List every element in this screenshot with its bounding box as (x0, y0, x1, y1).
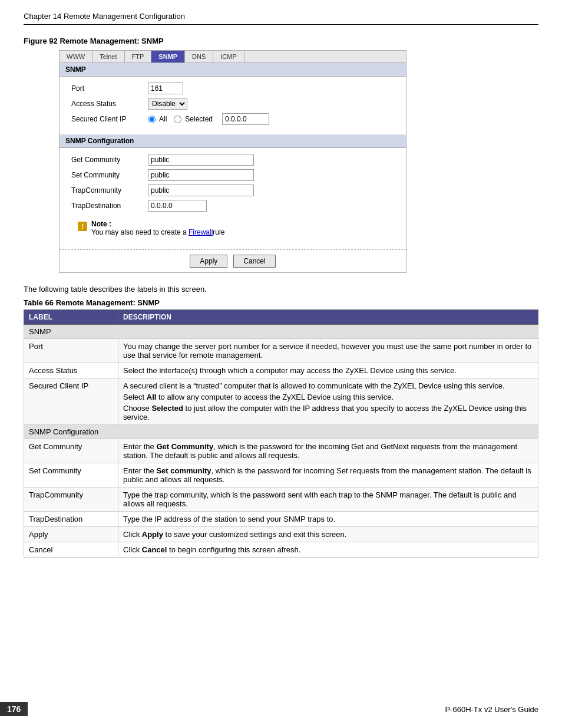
svg-text:!: ! (81, 223, 84, 230)
col-description: DESCRIPTION (118, 310, 538, 325)
section-snmp-config-header: SNMP Configuration (59, 134, 406, 148)
snmp-config-form-area: Get Community Set Community TrapCommunit… (59, 148, 406, 247)
access-status-select[interactable]: Disable Enable (148, 98, 187, 110)
button-area: Apply Cancel (59, 249, 406, 272)
table-section-row: SNMP Configuration (24, 425, 538, 439)
trap-community-input[interactable] (148, 185, 254, 196)
set-community-input[interactable] (148, 169, 254, 181)
secured-client-ip-row: Secured Client IP All Selected (71, 113, 394, 125)
set-community-row: Set Community (71, 169, 394, 181)
trap-destination-input[interactable] (148, 200, 207, 212)
table-row-label: TrapCommunity (24, 487, 118, 512)
table-row-label: Get Community (24, 439, 118, 463)
chapter-title: Chapter 14 Remote Management Configurati… (24, 12, 185, 21)
secured-client-ip-label: Secured Client IP (71, 115, 148, 123)
below-figure-text: The following table describes the labels… (24, 285, 538, 294)
set-community-label: Set Community (71, 171, 148, 179)
trap-destination-label: TrapDestination (71, 202, 148, 210)
table-row-description: Select the interface(s) through which a … (118, 363, 538, 378)
cancel-button[interactable]: Cancel (233, 255, 275, 268)
table-row-description: Click Cancel to begin configuring this s… (118, 542, 538, 558)
table-row-description: You may change the server port number fo… (118, 339, 538, 363)
section-snmp-header: SNMP (59, 63, 406, 77)
trap-community-control (148, 185, 254, 196)
table-caption: Table 66 Remote Management: SNMP (24, 298, 538, 307)
page-footer: 176 P-660H-Tx v2 User's Guide (0, 702, 562, 716)
set-community-control (148, 169, 254, 181)
note-text: Note : You may also need to create a Fir… (91, 220, 224, 236)
table-row-description: Enter the Get Community, which is the pa… (118, 439, 538, 463)
radio-selected[interactable] (174, 116, 181, 123)
col-label: LABEL (24, 310, 118, 325)
port-control (148, 83, 183, 94)
port-input[interactable] (148, 83, 183, 94)
snmp-form-area: Port Access Status Disable Enable Secure… (59, 77, 406, 134)
secured-client-ip-control: All Selected (148, 113, 269, 125)
table-row-description: A secured client is a “trusted” computer… (118, 378, 538, 425)
note-box: ! Note : You may also need to create a F… (71, 215, 394, 241)
access-status-row: Access Status Disable Enable (71, 98, 394, 110)
tab-telnet[interactable]: Telnet (92, 51, 124, 62)
port-row: Port (71, 83, 394, 94)
access-status-label: Access Status (71, 100, 148, 108)
selected-ip-input[interactable] (222, 113, 269, 125)
page-container: Chapter 14 Remote Management Configurati… (0, 0, 562, 581)
table-row-label: TrapDestination (24, 512, 118, 527)
tab-bar: WWW Telnet FTP SNMP DNS ICMP (59, 51, 406, 63)
trap-destination-row: TrapDestination (71, 200, 394, 212)
table-row-label: Port (24, 339, 118, 363)
note-content: You may also need to create a Firewallru… (91, 228, 224, 236)
apply-button[interactable]: Apply (190, 255, 227, 268)
page-number: 176 (0, 702, 28, 716)
table-row-description: Type the trap community, which is the pa… (118, 487, 538, 512)
tab-icmp[interactable]: ICMP (213, 51, 244, 62)
tab-ftp[interactable]: FTP (125, 51, 152, 62)
access-status-control: Disable Enable (148, 98, 187, 110)
radio-all-label: All (159, 115, 167, 123)
table-row-label: Apply (24, 527, 118, 542)
note-label: Note : (91, 220, 111, 228)
table-row-label: Access Status (24, 363, 118, 378)
get-community-input[interactable] (148, 154, 254, 166)
table-section-row: SNMP (24, 325, 538, 339)
table-row-label: Cancel (24, 542, 118, 558)
note-icon: ! (77, 221, 88, 232)
table-row-description: Type the IP address of the station to se… (118, 512, 538, 527)
tab-www[interactable]: WWW (59, 51, 92, 62)
trap-community-label: TrapCommunity (71, 186, 148, 195)
table-row-label: Set Community (24, 463, 118, 487)
tab-snmp[interactable]: SNMP (151, 51, 185, 62)
product-name: P-660H-Tx v2 User's Guide (445, 705, 562, 714)
get-community-label: Get Community (71, 156, 148, 164)
figure-caption: Figure 92 Remote Management: SNMP (24, 37, 538, 45)
radio-all[interactable] (148, 116, 156, 123)
snmp-ui-panel: WWW Telnet FTP SNMP DNS ICMP SNMP Port A… (59, 50, 406, 273)
get-community-control (148, 154, 254, 166)
firewall-link[interactable]: Firewall (189, 228, 213, 236)
get-community-row: Get Community (71, 154, 394, 166)
page-header: Chapter 14 Remote Management Configurati… (24, 12, 538, 25)
table-row-description: Enter the Set community, which is the pa… (118, 463, 538, 487)
snmp-table: LABEL DESCRIPTION SNMPPortYou may change… (24, 309, 538, 558)
trap-destination-control (148, 200, 207, 212)
tab-dns[interactable]: DNS (185, 51, 213, 62)
table-row-description: Click Apply to save your customized sett… (118, 527, 538, 542)
table-row-label: Secured Client IP (24, 378, 118, 425)
port-label: Port (71, 84, 148, 93)
radio-selected-label: Selected (185, 115, 213, 123)
trap-community-row: TrapCommunity (71, 185, 394, 196)
